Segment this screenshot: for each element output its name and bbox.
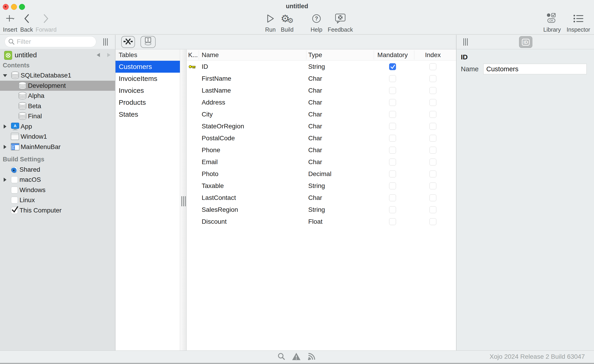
- index-checkbox[interactable]: [429, 123, 436, 130]
- index-checkbox[interactable]: [429, 206, 436, 213]
- sidebar-item-shared[interactable]: Shared: [0, 165, 115, 175]
- sidebar-item-this-computer[interactable]: This Computer: [0, 205, 115, 216]
- field-row-address[interactable]: AddressChar: [187, 96, 456, 108]
- windows-checkbox[interactable]: [11, 187, 18, 194]
- feed-button[interactable]: [307, 352, 317, 362]
- index-checkbox[interactable]: [429, 63, 436, 70]
- table-item-invoices[interactable]: Invoices: [115, 85, 180, 96]
- field-row-firstname[interactable]: FirstNameChar: [187, 73, 456, 85]
- nav-back-icon[interactable]: [97, 53, 100, 57]
- sidebar-item-beta[interactable]: Beta: [0, 101, 115, 111]
- mandatory-checkbox[interactable]: [389, 218, 396, 225]
- mandatory-checkbox[interactable]: [389, 111, 396, 118]
- index-checkbox[interactable]: [429, 170, 436, 177]
- field-type: Float: [308, 216, 323, 228]
- inspector-divider[interactable]: [456, 35, 457, 351]
- table-item-states[interactable]: States: [115, 108, 180, 120]
- index-checkbox[interactable]: [429, 135, 436, 142]
- table-item-products[interactable]: Products: [115, 96, 180, 108]
- panel-splitter[interactable]: [180, 49, 187, 351]
- disclosure-right-icon[interactable]: [4, 145, 7, 149]
- sidebar-item-windows[interactable]: Windows: [0, 185, 115, 195]
- field-row-id[interactable]: IDString: [187, 61, 456, 73]
- sidebar-item-sqlitedatabase1[interactable]: SQLiteDatabase1: [0, 70, 115, 81]
- inspector-button[interactable]: Inspector: [562, 12, 594, 33]
- macos-checkbox[interactable]: [11, 176, 18, 183]
- index-checkbox[interactable]: [429, 218, 436, 225]
- field-row-lastname[interactable]: LastNameChar: [187, 85, 456, 96]
- mandatory-checkbox[interactable]: [389, 147, 396, 154]
- mandatory-checkbox[interactable]: [389, 75, 396, 82]
- sidebar-item-alpha[interactable]: Alpha: [0, 91, 115, 101]
- column-header-name[interactable]: Name: [202, 49, 219, 61]
- filter-input[interactable]: [5, 36, 96, 47]
- disconnect-database-button[interactable]: [121, 36, 135, 48]
- sidebar-item-macos[interactable]: macOS: [0, 175, 115, 185]
- index-checkbox[interactable]: [429, 194, 436, 201]
- field-type: Char: [308, 192, 322, 204]
- this-computer-checkbox[interactable]: [11, 207, 18, 214]
- mandatory-checkbox[interactable]: [389, 182, 396, 189]
- mandatory-checkbox[interactable]: [389, 159, 396, 166]
- field-row-photo[interactable]: PhotoDecimal: [187, 168, 456, 180]
- mandatory-checkbox[interactable]: [389, 170, 396, 177]
- forward-button[interactable]: Forward: [30, 12, 62, 33]
- tables-list: CustomersInvoiceItemsInvoicesProductsSta…: [115, 61, 180, 120]
- build-button[interactable]: ⚙⚙ Build: [271, 12, 303, 33]
- field-row-lastcontact[interactable]: LastContactChar: [187, 192, 456, 204]
- field-row-postalcode[interactable]: PostalCodeChar: [187, 132, 456, 144]
- mandatory-checkbox[interactable]: [389, 123, 396, 130]
- fields-grid-header: K... Name Type Mandatory Index: [187, 49, 456, 61]
- sidebar-width-handle[interactable]: [103, 38, 108, 46]
- id-tab-button[interactable]: ID: [519, 36, 532, 48]
- sidebar-item-app[interactable]: AApp: [0, 121, 115, 132]
- field-row-email[interactable]: EmailChar: [187, 156, 456, 168]
- column-header-index[interactable]: Index: [425, 49, 441, 61]
- disclosure-down-icon[interactable]: [3, 74, 7, 77]
- sidebar-item-development[interactable]: Development: [0, 81, 115, 91]
- warnings-button[interactable]: [291, 352, 301, 362]
- nav-forward-icon[interactable]: [107, 53, 110, 57]
- index-checkbox[interactable]: [429, 111, 436, 118]
- shared-radio[interactable]: [11, 166, 18, 173]
- feedback-button[interactable]: Feedback: [324, 12, 356, 33]
- index-checkbox[interactable]: [429, 182, 436, 189]
- table-item-customers[interactable]: Customers: [115, 61, 180, 73]
- index-checkbox[interactable]: [429, 147, 436, 154]
- column-header-mandatory[interactable]: Mandatory: [378, 49, 408, 61]
- index-checkbox[interactable]: [429, 99, 436, 106]
- mandatory-checkbox[interactable]: [389, 99, 396, 106]
- field-row-salesregion[interactable]: SalesRegionString: [187, 204, 456, 216]
- mandatory-checkbox[interactable]: [389, 194, 396, 201]
- mandatory-checkbox[interactable]: [389, 63, 396, 70]
- data-editor-button[interactable]: [141, 36, 155, 48]
- index-checkbox[interactable]: [429, 75, 436, 82]
- disclosure-right-icon[interactable]: [4, 178, 7, 182]
- inspector-width-handle[interactable]: [463, 38, 468, 46]
- sidebar-item-linux[interactable]: Linux: [0, 195, 115, 205]
- index-checkbox[interactable]: [429, 87, 436, 94]
- index-checkbox[interactable]: [429, 159, 436, 166]
- disclosure-right-icon[interactable]: [4, 124, 7, 128]
- name-label: Name: [461, 64, 479, 74]
- column-header-key[interactable]: K...: [188, 49, 198, 61]
- find-button[interactable]: [277, 352, 286, 362]
- table-item-invoiceitems[interactable]: InvoiceItems: [115, 73, 180, 85]
- field-type: String: [308, 204, 325, 216]
- sidebar-item-untitled[interactable]: untitled: [0, 50, 115, 60]
- table-name-input[interactable]: [483, 64, 587, 74]
- mandatory-checkbox[interactable]: [389, 206, 396, 213]
- field-row-taxable[interactable]: TaxableString: [187, 180, 456, 192]
- sidebar-divider[interactable]: [115, 35, 115, 351]
- field-row-stateorregion[interactable]: StateOrRegionChar: [187, 120, 456, 132]
- sidebar-item-mainmenubar[interactable]: MainMenuBar: [0, 142, 115, 152]
- column-header-type[interactable]: Type: [308, 49, 322, 61]
- field-row-city[interactable]: CityChar: [187, 108, 456, 120]
- sidebar-item-final[interactable]: Final: [0, 111, 115, 121]
- mandatory-checkbox[interactable]: [389, 87, 396, 94]
- mandatory-checkbox[interactable]: [389, 135, 396, 142]
- linux-checkbox[interactable]: [11, 197, 18, 203]
- field-row-phone[interactable]: PhoneChar: [187, 144, 456, 156]
- field-row-discount[interactable]: DiscountFloat: [187, 216, 456, 228]
- sidebar-item-window1[interactable]: Window1: [0, 132, 115, 142]
